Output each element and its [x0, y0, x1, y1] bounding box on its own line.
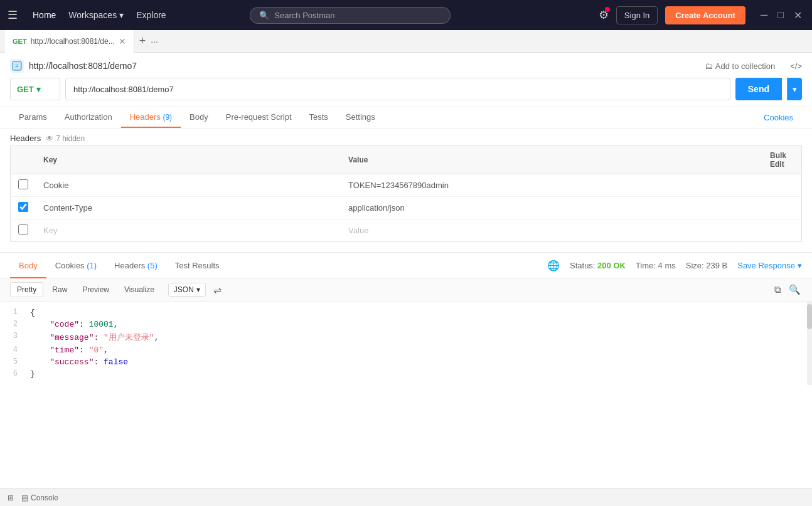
copy-icon[interactable]: ⧉ — [773, 283, 783, 297]
signin-button[interactable]: Sign In — [616, 6, 658, 24]
request-bar: GET ▾ Send ▾ — [10, 78, 802, 107]
nav-workspaces[interactable]: Workspaces ▾ — [63, 8, 129, 23]
minimize-button[interactable]: ─ — [758, 9, 770, 21]
send-dropdown-button[interactable]: ▾ — [787, 78, 802, 100]
value-cell-1[interactable]: TOKEN=1234567890admin — [348, 181, 449, 190]
col-bulk-edit[interactable]: Bulk Edit — [762, 146, 802, 174]
response-area: Body Cookies (1) Headers (5) Test Result… — [0, 252, 812, 385]
titlebar-right: ⚙ Sign In Create Account ─ □ ✕ — [599, 6, 804, 24]
tab-tests[interactable]: Tests — [301, 107, 337, 128]
menu-icon[interactable]: ☰ — [8, 8, 18, 22]
value-cell-3[interactable]: Value — [348, 226, 368, 235]
code-view-icon[interactable]: </> — [790, 61, 802, 71]
tab-close-icon[interactable]: ✕ — [119, 36, 126, 46]
bulk-edit-button[interactable]: Bulk Edit — [770, 151, 786, 169]
status-value: 200 OK — [597, 261, 626, 270]
search-response-icon[interactable]: 🔍 — [788, 283, 802, 297]
add-collection-icon: 🗂 — [705, 61, 713, 71]
method-selector[interactable]: GET ▾ — [10, 78, 60, 100]
size-value: 239 B — [706, 261, 727, 270]
body-toolbar-right: ⧉ 🔍 — [773, 283, 802, 297]
request-type-icon: ≡ — [10, 59, 24, 73]
url-input[interactable] — [65, 78, 730, 100]
col-value: Value — [341, 146, 762, 174]
json-format-selector[interactable]: JSON ▾ — [168, 283, 206, 297]
row-checkbox-3[interactable] — [18, 224, 28, 235]
headers-section: Headers 👁 7 hidden Key Value Bulk Edit C… — [0, 129, 812, 247]
eye-icon: 👁 — [46, 134, 53, 143]
time-label: Time: 4 ms — [636, 261, 676, 270]
format-visualize-button[interactable]: Visualize — [118, 283, 161, 297]
method-label: GET — [17, 85, 34, 94]
tab-url: http://localhost:8081/de... — [31, 37, 115, 46]
response-status: 🌐 Status: 200 OK Time: 4 ms Size: 239 B … — [547, 260, 802, 271]
json-string: "0" — [89, 345, 104, 355]
wrap-icon[interactable]: ⇌ — [213, 284, 222, 296]
request-title-bar: ≡ http://localhost:8081/demo7 🗂 Add to c… — [10, 59, 802, 78]
code-line-6: 6 } — [0, 368, 812, 380]
search-bar[interactable]: 🔍 Search Postman — [250, 7, 451, 24]
row-checkbox-2[interactable] — [18, 202, 28, 212]
key-cell-2[interactable]: Content-Type — [43, 203, 92, 213]
bottom-bar: ⊞ ▤ Console — [0, 488, 812, 506]
vertical-scrollbar[interactable] — [807, 302, 812, 385]
response-tabs-bar: Body Cookies (1) Headers (5) Test Result… — [0, 253, 812, 278]
window-controls: ─ □ ✕ — [758, 9, 804, 21]
tab-pre-request[interactable]: Pre-request Script — [217, 107, 301, 128]
console-icon: ▤ — [21, 493, 28, 502]
cookies-link[interactable]: Cookies — [755, 108, 802, 127]
code-line-5: 5 "success": false — [0, 356, 812, 368]
json-number: 10001 — [89, 320, 114, 329]
key-cell-1[interactable]: Cookie — [43, 181, 68, 190]
layout-icon[interactable]: ⊞ — [8, 493, 14, 502]
row-checkbox-1[interactable] — [18, 179, 28, 189]
tab-authorization[interactable]: Authorization — [56, 107, 121, 128]
send-button[interactable]: Send — [735, 78, 782, 100]
tab-body[interactable]: Body — [181, 107, 217, 128]
code-line-4: 4 "time": "0", — [0, 344, 812, 356]
tab-headers[interactable]: Headers (9) — [121, 107, 181, 128]
close-button[interactable]: ✕ — [791, 9, 804, 21]
json-label: JSON — [174, 285, 194, 294]
console-button[interactable]: ▤ Console — [21, 493, 58, 502]
size-label: Size: 239 B — [686, 261, 728, 270]
tab-settings[interactable]: Settings — [337, 107, 384, 128]
table-row: Cookie TOKEN=1234567890admin — [11, 174, 802, 197]
hidden-count: 7 hidden — [56, 134, 85, 143]
settings-icon[interactable]: ⚙ — [599, 8, 609, 22]
format-preview-button[interactable]: Preview — [76, 283, 115, 297]
time-value: 4 ms — [658, 261, 676, 270]
json-bool: false — [104, 357, 128, 367]
save-response-dropdown-icon: ▾ — [798, 261, 802, 270]
code-line-2: 2 "code": 10001, — [0, 319, 812, 330]
create-account-button[interactable]: Create Account — [665, 6, 745, 24]
resp-tab-test-results[interactable]: Test Results — [166, 253, 228, 278]
resp-tab-body[interactable]: Body — [10, 253, 46, 278]
request-tabs: Params Authorization Headers (9) Body Pr… — [0, 107, 812, 129]
format-raw-button[interactable]: Raw — [46, 283, 73, 297]
tab-params[interactable]: Params — [10, 107, 56, 128]
new-tab-button[interactable]: + — [134, 34, 151, 48]
titlebar: ☰ Home Workspaces ▾ Explore 🔍 Search Pos… — [0, 0, 812, 30]
tab-more-icon[interactable]: ··· — [151, 36, 158, 46]
value-cell-2[interactable]: application/json — [348, 203, 405, 213]
maximize-button[interactable]: □ — [775, 9, 786, 21]
hidden-headers-badge: 👁 7 hidden — [46, 134, 85, 143]
status-label: Status: 200 OK — [570, 261, 626, 270]
add-to-collection-button[interactable]: 🗂 Add to collection — [705, 61, 775, 71]
search-placeholder: Search Postman — [274, 11, 334, 20]
save-response-button[interactable]: Save Response ▾ — [737, 261, 802, 270]
json-string: "用户未登录" — [104, 333, 154, 342]
format-pretty-button[interactable]: Pretty — [10, 282, 43, 297]
json-dropdown-icon: ▾ — [196, 285, 200, 294]
resp-tab-cookies[interactable]: Cookies (1) — [46, 253, 105, 278]
json-key: "success" — [50, 357, 93, 367]
resp-tab-headers[interactable]: Headers (5) — [105, 253, 166, 278]
nav-home[interactable]: Home — [28, 8, 61, 23]
key-cell-3[interactable]: Key — [43, 226, 57, 235]
notification-dot — [605, 7, 610, 12]
scrollbar-thumb — [807, 304, 812, 329]
request-tab[interactable]: GET http://localhost:8081/de... ✕ — [5, 30, 134, 53]
nav-explore[interactable]: Explore — [131, 8, 171, 23]
request-area: ≡ http://localhost:8081/demo7 🗂 Add to c… — [0, 53, 812, 107]
